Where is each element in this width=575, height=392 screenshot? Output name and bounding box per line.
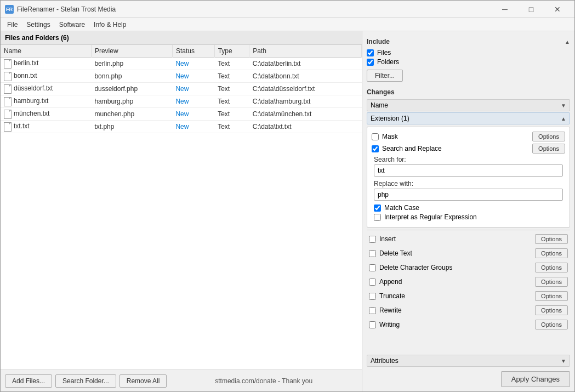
search-replace-options-button[interactable]: Options (532, 144, 565, 154)
regex-checkbox[interactable] (374, 214, 381, 221)
menu-file[interactable]: File (3, 20, 22, 30)
left-bottom-bar: Add Files... Search Folder... Remove All… (1, 370, 362, 391)
cell-status: New (172, 95, 214, 108)
option-options-button[interactable]: Options (535, 291, 568, 301)
folders-row: Folders (367, 58, 570, 66)
option-options-button[interactable]: Options (535, 277, 568, 287)
option-label: Rewrite (379, 306, 402, 314)
option-left: Writing (369, 321, 400, 328)
option-row: Truncate Options (367, 289, 570, 303)
mask-checkbox[interactable] (372, 133, 379, 140)
option-left: Delete Character Groups (369, 264, 452, 271)
add-files-button[interactable]: Add Files... (5, 374, 52, 388)
menu-info-help[interactable]: Info & Help (89, 20, 130, 30)
include-section: Include ▲ Files Folders Filter... (367, 36, 570, 82)
col-preview[interactable]: Preview (91, 45, 172, 58)
files-checkbox[interactable] (367, 49, 374, 56)
search-for-input[interactable] (374, 164, 563, 177)
replace-with-input[interactable] (374, 189, 563, 201)
option-options-button[interactable]: Options (535, 234, 568, 244)
cell-preview: bonn.php (91, 70, 172, 83)
option-left: Insert (369, 235, 396, 243)
option-left: Rewrite (369, 306, 402, 314)
option-row: Insert Options (367, 232, 570, 246)
extension-header: Extension (1) ▲ (367, 112, 570, 124)
cell-preview: dusseldorf.php (91, 83, 172, 95)
extension-collapse-icon[interactable]: ▲ (561, 116, 566, 122)
attributes-collapse-icon[interactable]: ▼ (561, 358, 566, 364)
table-row[interactable]: münchen.txt munchen.php New Text C:\data… (1, 108, 362, 121)
cell-name: düsseldorf.txt (1, 83, 91, 95)
include-title: Include (367, 38, 390, 46)
table-row[interactable]: hamburg.txt hamburg.php New Text C:\data… (1, 95, 362, 108)
apply-changes-button[interactable]: Apply Changes (501, 371, 570, 387)
title-bar: FR FileRenamer - Stefan Trost Media ─ □ … (1, 1, 574, 18)
filter-button[interactable]: Filter... (367, 70, 403, 82)
option-checkbox[interactable] (369, 293, 376, 300)
file-icon (4, 59, 12, 68)
col-status[interactable]: Status (172, 45, 214, 58)
option-options-button[interactable]: Options (535, 248, 568, 258)
file-icon (4, 72, 12, 81)
col-path[interactable]: Path (249, 45, 362, 58)
table-row[interactable]: düsseldorf.txt dusseldorf.php New Text C… (1, 83, 362, 95)
option-row: Writing Options (367, 318, 570, 331)
search-form: Search for: Replace with: Match Case Int… (372, 156, 565, 221)
table-row[interactable]: berlin.txt berlin.php New Text C:\data\b… (1, 58, 362, 70)
cell-name: hamburg.txt (1, 95, 91, 108)
table-row[interactable]: txt.txt txt.php New Text C:\data\txt.txt (1, 121, 362, 133)
main-content: Files and Folders (6) Name Preview Statu… (1, 31, 574, 391)
include-collapse-icon[interactable]: ▲ (565, 39, 570, 45)
cell-type: Text (214, 108, 249, 121)
right-panel: Include ▲ Files Folders Filter... Change… (362, 31, 574, 391)
file-table: Name Preview Status Type Path berlin.txt… (1, 45, 362, 370)
option-label: Delete Character Groups (379, 264, 452, 271)
option-left: Append (369, 278, 402, 286)
option-checkbox[interactable] (369, 236, 376, 243)
search-replace-checkbox[interactable] (372, 145, 379, 152)
option-options-button[interactable]: Options (535, 305, 568, 315)
search-folder-button[interactable]: Search Folder... (55, 374, 116, 388)
option-checkbox[interactable] (369, 307, 376, 314)
cell-status: New (172, 108, 214, 121)
match-case-checkbox[interactable] (374, 204, 381, 212)
name-collapse-icon[interactable]: ▼ (561, 103, 566, 109)
option-checkbox[interactable] (369, 264, 376, 271)
option-label: Truncate (379, 292, 405, 300)
option-checkbox[interactable] (369, 250, 376, 257)
option-options-button[interactable]: Options (535, 263, 568, 272)
col-name[interactable]: Name (1, 45, 91, 58)
extension-label: Extension (1) (371, 115, 409, 122)
regex-row: Interpret as Regular Expression (374, 213, 563, 221)
search-replace-left: Search and Replace (372, 145, 442, 152)
menu-software[interactable]: Software (55, 20, 89, 30)
left-panel: Files and Folders (6) Name Preview Statu… (1, 31, 362, 391)
remove-all-button[interactable]: Remove All (119, 374, 167, 388)
option-row: Rewrite Options (367, 304, 570, 317)
cell-path: C:\data\münchen.txt (249, 108, 362, 121)
option-checkbox[interactable] (369, 279, 376, 286)
files-row: Files (367, 49, 570, 56)
table-row[interactable]: bonn.txt bonn.php New Text C:\data\bonn.… (1, 70, 362, 83)
folders-checkbox[interactable] (367, 59, 374, 66)
folders-label: Folders (377, 58, 399, 66)
attributes-title: Attributes (371, 357, 398, 365)
option-checkbox[interactable] (369, 321, 376, 328)
col-type[interactable]: Type (214, 45, 249, 58)
cell-status: New (172, 58, 214, 70)
search-replace-label: Search and Replace (382, 145, 442, 152)
cell-type: Text (214, 83, 249, 95)
name-label: Name (371, 101, 388, 109)
option-label: Insert (379, 235, 396, 243)
option-options-button[interactable]: Options (535, 320, 568, 329)
close-button[interactable]: ✕ (545, 1, 570, 18)
match-case-label: Match Case (384, 204, 419, 212)
menu-settings[interactable]: Settings (22, 20, 54, 30)
minimize-button[interactable]: ─ (492, 1, 517, 18)
search-for-label: Search for: (374, 156, 563, 163)
maximize-button[interactable]: □ (519, 1, 544, 18)
mask-options-button[interactable]: Options (532, 132, 565, 141)
search-replace-row: Search and Replace Options (372, 144, 565, 154)
changes-title: Changes (367, 88, 395, 96)
menu-bar: File Settings Software Info & Help (1, 18, 574, 31)
